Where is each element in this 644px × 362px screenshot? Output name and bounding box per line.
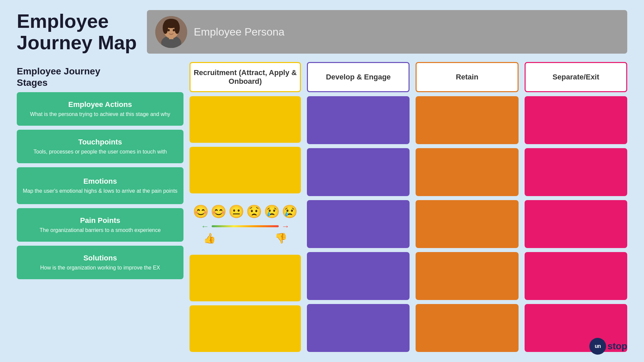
develop-pain-cell [307,252,410,300]
label-column: Employee Journey Stages Employee Actions… [17,62,183,352]
develop-touchpoints-cell [307,148,410,196]
col-develop: Develop & Engage [307,62,410,352]
retain-solutions-cell [416,304,518,352]
stage-header-retain: Retain [416,62,518,92]
arrow-right-icon: → [281,222,289,231]
label-employee-actions: Employee Actions What is the persona try… [17,92,183,126]
col-recruitment: Recruitment (Attract, Apply & Onboard) 😊… [190,62,301,352]
face-3: 😐 [228,204,244,219]
unstop-label: stop [607,341,627,352]
recruitment-touchpoints-cell [190,147,301,193]
thumbs-down-icon: 👎 [275,232,287,244]
stage-header-separate: Separate/Exit [525,62,627,92]
separate-touchpoints-cell [525,148,627,196]
svg-point-6 [174,22,180,34]
separate-cells [525,96,627,352]
stage-header-recruitment: Recruitment (Attract, Apply & Onboard) [190,62,301,92]
data-columns: Recruitment (Attract, Apply & Onboard) 😊… [183,62,627,352]
col-separate: Separate/Exit [525,62,627,352]
recruitment-pain-cell [190,255,301,301]
retain-cells [416,96,518,352]
thumbs-up-icon: 👍 [203,232,216,244]
face-6: 😢 [282,204,298,219]
avatar [155,16,187,48]
arrow-left-icon: ← [201,222,209,231]
persona-box: Employee Persona [147,10,627,54]
face-5: 😢 [264,204,280,219]
stage-header-develop: Develop & Engage [307,62,410,92]
recruitment-solutions-cell [190,305,301,352]
develop-emotions-cell [307,200,410,248]
stages-header-label: Employee Journey Stages [17,62,183,92]
svg-point-7 [168,29,170,31]
emotions-gradient-bar [212,225,279,227]
recruitment-cells: 😊 😊 😐 😟 😢 😢 ← → [190,96,301,352]
separate-emotions-cell [525,200,627,248]
develop-actions-cell [307,96,410,144]
svg-point-8 [173,29,175,31]
recruitment-emotions-cell: 😊 😊 😐 😟 😢 😢 ← → [190,197,301,251]
unstop-logo: un stop [589,338,627,355]
unstop-circle-icon: un [589,338,606,355]
label-pain-points: Pain Points The organizational barriers … [17,208,183,242]
develop-cells [307,96,410,352]
label-touchpoints: Touchpoints Tools, processes or people t… [17,130,183,163]
persona-label: Employee Persona [194,26,284,38]
separate-actions-cell [525,96,627,144]
label-emotions: Emotions Map the user's emotional highs … [17,167,183,204]
header-row: Employee Journey Map [17,10,627,54]
retain-emotions-cell [416,200,518,248]
thumb-row: 👍 👎 [203,232,287,244]
face-1: 😊 [193,204,209,219]
title-block: Employee Journey Map [17,10,137,53]
grid-container: Employee Journey Stages Employee Actions… [17,62,627,352]
col-retain: Retain [416,62,518,352]
retain-pain-cell [416,252,518,300]
svg-point-5 [163,22,168,34]
retain-touchpoints-cell [416,148,518,196]
recruitment-actions-cell [190,96,301,143]
page-title: Employee Journey Map [17,10,137,53]
face-4: 😟 [246,204,262,219]
main-container: Employee Journey Map [0,0,644,362]
develop-solutions-cell [307,304,410,352]
separate-pain-cell [525,252,627,300]
emotions-faces-row: 😊 😊 😐 😟 😢 😢 [193,204,298,219]
face-2: 😊 [211,204,226,219]
emotions-arrow-row: ← → [201,222,289,231]
retain-actions-cell [416,96,518,144]
stages-heading: Employee Journey Stages [17,66,100,88]
label-solutions: Solutions How is the organization workin… [17,246,183,279]
